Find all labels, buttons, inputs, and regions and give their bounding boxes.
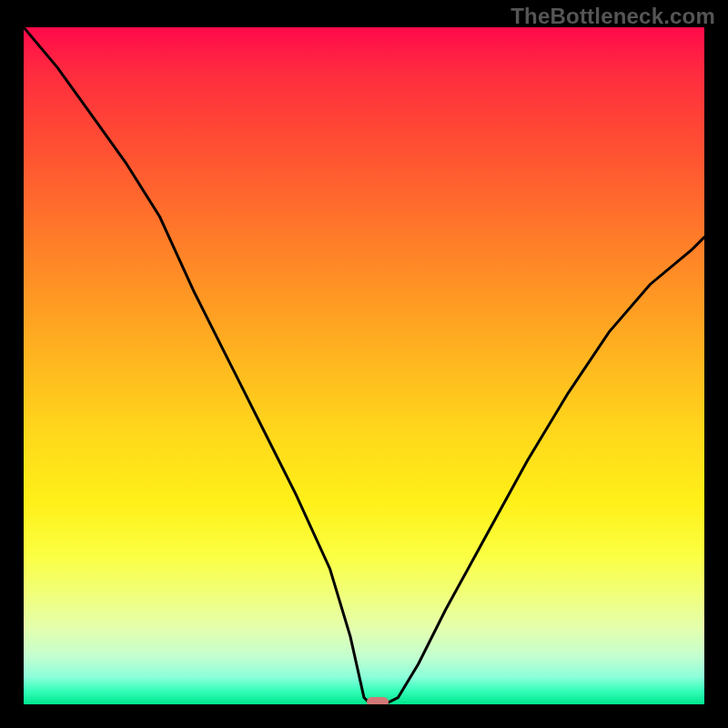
minimum-marker [367,697,389,704]
bottleneck-curve [24,27,704,704]
chart-frame: TheBottleneck.com [0,0,728,728]
plot-area [24,27,704,704]
watermark-label: TheBottleneck.com [511,4,715,29]
